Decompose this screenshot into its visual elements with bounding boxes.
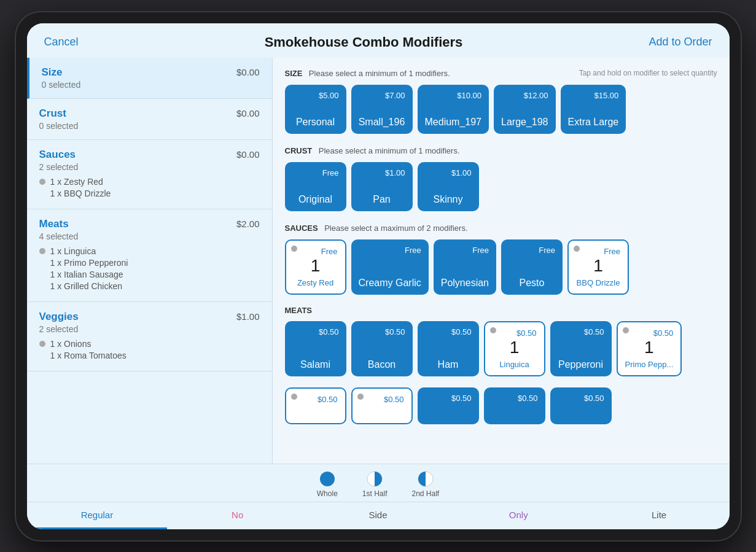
size-section-instruction: Please select a minimum of 1 modifiers. bbox=[309, 69, 450, 78]
size-section-header: SIZE Please select a minimum of 1 modifi… bbox=[285, 68, 717, 79]
sub-dot-icon bbox=[39, 341, 45, 347]
crust-section-label: CRUST bbox=[285, 146, 313, 155]
modifier-extra-large[interactable]: $15.00 Extra Large bbox=[561, 85, 626, 134]
modifier-bacon[interactable]: $0.50 Bacon bbox=[351, 321, 413, 376]
sidebar-item-sauces[interactable]: Sauces $0.00 2 selected 1 x Zesty Red 1 … bbox=[27, 140, 272, 209]
modifier-meat-extra-5[interactable]: $0.50 bbox=[550, 387, 612, 424]
sidebar-item-meats-price: $2.00 bbox=[236, 219, 260, 229]
modifier-primo-pepperoni[interactable]: $0.50 1 Primo Pepp... bbox=[617, 321, 682, 376]
list-item: 1 x BBQ Drizzle bbox=[39, 189, 260, 198]
modifier-original[interactable]: Free Original bbox=[285, 162, 346, 211]
size-section-label: SIZE bbox=[285, 69, 303, 78]
sidebar-item-crust[interactable]: Crust $0.00 0 selected bbox=[27, 99, 272, 140]
half-circle-1st-icon bbox=[366, 470, 383, 488]
list-item: 1 x Italian Sausage bbox=[39, 270, 260, 279]
modifier-salami[interactable]: $0.50 Salami bbox=[285, 321, 346, 376]
modifier-price: $0.50 bbox=[491, 394, 538, 403]
modifier-bbq-drizzle[interactable]: Free 1 BBQ Drizzle bbox=[567, 239, 629, 295]
modifier-meat-extra-4[interactable]: $0.50 bbox=[484, 387, 545, 424]
right-panel: SIZE Please select a minimum of 1 modifi… bbox=[273, 58, 730, 464]
modifier-pepperoni[interactable]: $0.50 Pepperoni bbox=[550, 321, 612, 376]
modifier-ham[interactable]: $0.50 Ham bbox=[418, 321, 479, 376]
sub-dot-icon bbox=[39, 248, 45, 254]
modifier-price: $0.50 bbox=[292, 327, 339, 336]
whole-circle-icon bbox=[319, 470, 336, 488]
tab-only[interactable]: Only bbox=[448, 502, 589, 529]
modifier-name: Pepperoni bbox=[558, 359, 604, 370]
modifier-name: Pan bbox=[359, 194, 405, 205]
modifier-price: Free bbox=[576, 247, 620, 256]
modifier-name: Ham bbox=[425, 359, 472, 370]
crust-section-title-row: CRUST Please select a minimum of 1 modif… bbox=[285, 145, 460, 156]
sidebar: Size $0.00 0 selected Crust $0.00 0 sele… bbox=[27, 58, 273, 464]
selected-dot-icon bbox=[291, 394, 297, 400]
header: Cancel Smokehouse Combo Modifiers Add to… bbox=[27, 23, 730, 58]
tab-no[interactable]: No bbox=[167, 502, 308, 529]
modifier-quantity: 1 bbox=[625, 338, 674, 357]
tab-regular[interactable]: Regular bbox=[27, 502, 168, 529]
modifier-pan[interactable]: $1.00 Pan bbox=[351, 162, 413, 211]
modifier-name: Small_196 bbox=[359, 117, 405, 128]
sidebar-item-meats-sub: 4 selected bbox=[39, 231, 260, 241]
modifier-name: Medium_197 bbox=[425, 117, 482, 128]
modifier-price: $0.50 bbox=[625, 328, 674, 338]
modifier-skinny[interactable]: $1.00 Skinny bbox=[418, 162, 479, 211]
meats-modifier-grid-row1: $0.50 Salami $0.50 Bacon $0.50 Ham bbox=[285, 321, 717, 376]
list-item: 1 x Grilled Chicken bbox=[39, 281, 260, 291]
sidebar-item-veggies[interactable]: Veggies $1.00 2 selected 1 x Onions 1 x … bbox=[27, 302, 272, 371]
sidebar-item-crust-price: $0.00 bbox=[236, 108, 260, 119]
modifier-quantity: 1 bbox=[493, 338, 537, 357]
sidebar-item-sauces-price: $0.00 bbox=[236, 149, 260, 160]
portion-tab-2nd-half[interactable]: 2nd Half bbox=[412, 470, 440, 498]
meat-sub-item-4: 1 x Grilled Chicken bbox=[39, 281, 123, 291]
modifier-large198[interactable]: $12.00 Large_198 bbox=[494, 85, 556, 134]
modifier-linguica[interactable]: $0.50 1 Linguica bbox=[484, 321, 545, 376]
modifier-creamy-garlic[interactable]: Free Creamy Garlic bbox=[351, 239, 429, 295]
sidebar-item-size-name: Size bbox=[42, 66, 63, 79]
modifier-meat-extra-1[interactable]: $0.50 bbox=[285, 387, 346, 424]
sauce-sub-item-2: 1 x BBQ Drizzle bbox=[39, 189, 111, 198]
meats-section-label: MEATS bbox=[285, 306, 313, 315]
bottom-area: Whole 1st Half 2nd Half bbox=[27, 464, 730, 529]
meat-sub-item-2: 1 x Primo Pepperoni bbox=[39, 258, 128, 268]
selected-dot-icon bbox=[291, 246, 297, 252]
selected-dot-icon bbox=[574, 246, 580, 252]
add-to-order-button[interactable]: Add to Order bbox=[649, 36, 712, 49]
size-section-title-row: SIZE Please select a minimum of 1 modifi… bbox=[285, 68, 450, 79]
modifier-name: Primo Pepp... bbox=[625, 360, 674, 369]
modifier-polynesian[interactable]: Free Polynesian bbox=[434, 239, 496, 295]
sidebar-item-size[interactable]: Size $0.00 0 selected bbox=[27, 58, 272, 99]
sidebar-item-sauces-sub: 2 selected bbox=[39, 162, 260, 172]
main-content: Size $0.00 0 selected Crust $0.00 0 sele… bbox=[27, 58, 730, 464]
sauces-section-instruction: Please select a maximum of 2 modifiers. bbox=[324, 224, 467, 233]
modifier-name: Pesto bbox=[509, 278, 555, 289]
modifier-name: Creamy Garlic bbox=[359, 278, 421, 289]
modifier-small196[interactable]: $7.00 Small_196 bbox=[351, 85, 413, 134]
meat-sub-item-1: 1 x Linguica bbox=[50, 246, 96, 256]
cancel-button[interactable]: Cancel bbox=[44, 36, 79, 49]
crust-modifier-grid: Free Original $1.00 Pan $1.00 Skinny bbox=[285, 162, 717, 211]
modifier-personal[interactable]: $5.00 Personal bbox=[285, 85, 346, 134]
tab-side[interactable]: Side bbox=[308, 502, 448, 529]
portion-tab-1st-half[interactable]: 1st Half bbox=[362, 470, 388, 498]
meats-modifier-grid-row2: $0.50 $0.50 $0.50 $0.50 $0.50 bbox=[285, 387, 717, 424]
sidebar-item-veggies-price: $1.00 bbox=[236, 311, 260, 322]
modifier-meat-extra-3[interactable]: $0.50 bbox=[418, 387, 479, 424]
sidebar-item-sauces-header: Sauces $0.00 bbox=[39, 149, 260, 161]
modifier-price: Free bbox=[294, 247, 338, 256]
sidebar-item-meats[interactable]: Meats $2.00 4 selected 1 x Linguica 1 x … bbox=[27, 209, 272, 302]
modifier-pesto[interactable]: Free Pesto bbox=[501, 239, 563, 295]
portion-tabs: Whole 1st Half 2nd Half bbox=[27, 464, 730, 502]
modifier-price: $0.50 bbox=[425, 394, 472, 403]
modifier-name: Bacon bbox=[359, 359, 405, 370]
modifier-meat-extra-2[interactable]: $0.50 bbox=[351, 387, 413, 424]
modifier-zesty-red[interactable]: Free 1 Zesty Red bbox=[285, 239, 346, 295]
sidebar-item-veggies-name: Veggies bbox=[39, 311, 79, 323]
modifier-medium197[interactable]: $10.00 Medium_197 bbox=[418, 85, 489, 134]
list-item: 1 x Linguica bbox=[39, 246, 260, 256]
sidebar-item-crust-sub: 0 selected bbox=[39, 121, 260, 131]
sidebar-item-meats-name: Meats bbox=[39, 218, 69, 230]
tab-lite[interactable]: Lite bbox=[589, 502, 730, 529]
portion-tab-whole[interactable]: Whole bbox=[317, 470, 338, 498]
modifier-price: $1.00 bbox=[359, 168, 405, 177]
